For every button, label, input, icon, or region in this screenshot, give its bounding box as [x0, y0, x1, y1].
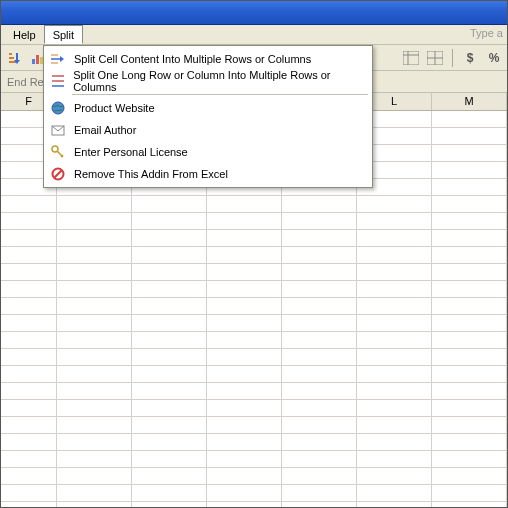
cell[interactable]: [132, 281, 207, 297]
cell[interactable]: [207, 383, 282, 399]
menu-item-website[interactable]: Product Website: [44, 97, 372, 119]
menu-help[interactable]: Help: [5, 25, 44, 44]
cell[interactable]: [282, 383, 357, 399]
menu-item-split-cell[interactable]: Split Cell Content Into Multiple Rows or…: [44, 48, 372, 70]
cell[interactable]: [132, 298, 207, 314]
cell[interactable]: [132, 383, 207, 399]
cell[interactable]: [282, 230, 357, 246]
cell[interactable]: [357, 502, 432, 507]
cell[interactable]: [432, 400, 507, 416]
cell[interactable]: [1, 451, 57, 467]
cell[interactable]: [132, 349, 207, 365]
cell[interactable]: [132, 485, 207, 501]
cell[interactable]: [432, 485, 507, 501]
cell[interactable]: [132, 451, 207, 467]
cell[interactable]: [207, 264, 282, 280]
cell[interactable]: [282, 281, 357, 297]
cell[interactable]: [132, 315, 207, 331]
cell[interactable]: [57, 502, 132, 507]
cell[interactable]: [357, 434, 432, 450]
cell[interactable]: [282, 434, 357, 450]
cell[interactable]: [57, 451, 132, 467]
cell[interactable]: [432, 502, 507, 507]
cell[interactable]: [1, 383, 57, 399]
cell[interactable]: [282, 485, 357, 501]
cell[interactable]: [57, 281, 132, 297]
cell[interactable]: [357, 485, 432, 501]
cell[interactable]: [357, 196, 432, 212]
cell[interactable]: [207, 332, 282, 348]
menu-split[interactable]: Split: [44, 25, 83, 44]
cell[interactable]: [207, 247, 282, 263]
cell[interactable]: [1, 468, 57, 484]
cell[interactable]: [207, 502, 282, 507]
cell[interactable]: [432, 281, 507, 297]
toolbar-sort-icon[interactable]: [5, 49, 23, 67]
cell[interactable]: [282, 196, 357, 212]
cell[interactable]: [132, 247, 207, 263]
toolbar-grid-icon[interactable]: [426, 49, 444, 67]
cell[interactable]: [357, 400, 432, 416]
cell[interactable]: [357, 349, 432, 365]
cell[interactable]: [132, 332, 207, 348]
cell[interactable]: [207, 468, 282, 484]
cell[interactable]: [132, 264, 207, 280]
cell[interactable]: [282, 332, 357, 348]
cell[interactable]: [282, 213, 357, 229]
cell[interactable]: [57, 332, 132, 348]
cell[interactable]: [282, 366, 357, 382]
cell[interactable]: [1, 315, 57, 331]
cell[interactable]: [432, 179, 507, 195]
cell[interactable]: [282, 417, 357, 433]
cell[interactable]: [207, 400, 282, 416]
cell[interactable]: [357, 451, 432, 467]
cell[interactable]: [432, 434, 507, 450]
cell[interactable]: [57, 366, 132, 382]
cell[interactable]: [1, 332, 57, 348]
cell[interactable]: [132, 434, 207, 450]
cell[interactable]: [282, 315, 357, 331]
cell[interactable]: [207, 315, 282, 331]
cell[interactable]: [207, 281, 282, 297]
cell[interactable]: [1, 502, 57, 507]
cell[interactable]: [282, 264, 357, 280]
column-header[interactable]: M: [432, 93, 507, 110]
cell[interactable]: [132, 213, 207, 229]
cell[interactable]: [282, 298, 357, 314]
menu-item-license[interactable]: Enter Personal License: [44, 141, 372, 163]
cell[interactable]: [432, 196, 507, 212]
cell[interactable]: [132, 230, 207, 246]
cell[interactable]: [432, 264, 507, 280]
cell[interactable]: [432, 468, 507, 484]
cell[interactable]: [132, 417, 207, 433]
cell[interactable]: [207, 485, 282, 501]
cell[interactable]: [357, 230, 432, 246]
cell[interactable]: [57, 298, 132, 314]
cell[interactable]: [432, 128, 507, 144]
cell[interactable]: [57, 196, 132, 212]
cell[interactable]: [282, 349, 357, 365]
cell[interactable]: [57, 247, 132, 263]
cell[interactable]: [432, 298, 507, 314]
cell[interactable]: [207, 349, 282, 365]
cell[interactable]: [357, 468, 432, 484]
cell[interactable]: [357, 417, 432, 433]
cell[interactable]: [207, 230, 282, 246]
cell[interactable]: [432, 145, 507, 161]
cell[interactable]: [132, 468, 207, 484]
cell[interactable]: [432, 417, 507, 433]
cell[interactable]: [1, 417, 57, 433]
cell[interactable]: [432, 366, 507, 382]
cell[interactable]: [432, 332, 507, 348]
cell[interactable]: [1, 400, 57, 416]
cell[interactable]: [432, 451, 507, 467]
cell[interactable]: [357, 383, 432, 399]
cell[interactable]: [1, 196, 57, 212]
cell[interactable]: [357, 332, 432, 348]
cell[interactable]: [1, 485, 57, 501]
cell[interactable]: [1, 366, 57, 382]
cell[interactable]: [57, 264, 132, 280]
cell[interactable]: [57, 315, 132, 331]
cell[interactable]: [207, 451, 282, 467]
cell[interactable]: [57, 349, 132, 365]
